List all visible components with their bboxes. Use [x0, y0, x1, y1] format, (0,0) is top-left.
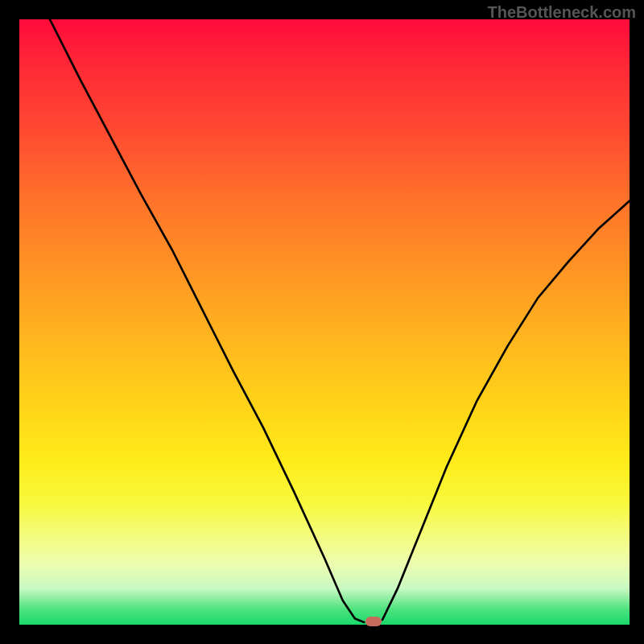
bottleneck-marker	[365, 617, 382, 626]
chart-background-gradient	[19, 19, 630, 625]
watermark-text: TheBottleneck.com	[488, 3, 636, 22]
